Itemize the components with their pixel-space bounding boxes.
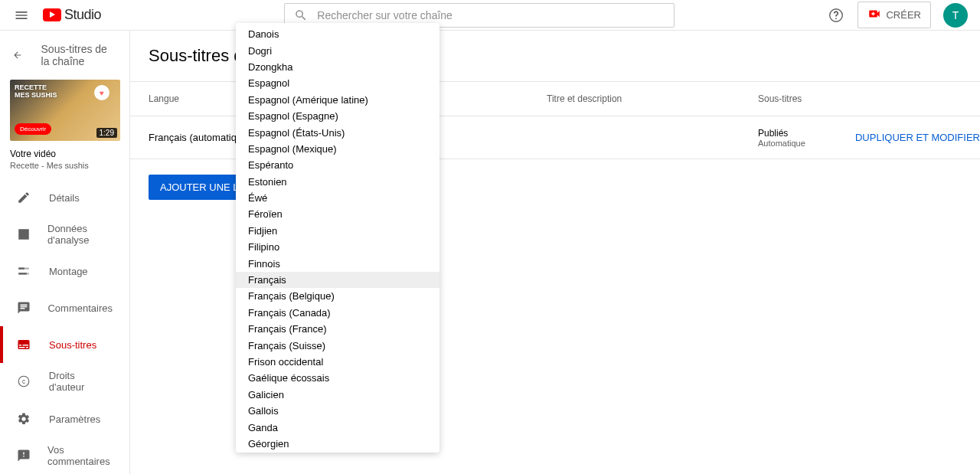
nav-subtitles[interactable]: Sous-titres <box>0 326 129 363</box>
duplicate-button[interactable]: DUPLIQUER ET MODIFIER <box>855 132 980 143</box>
dropdown-item[interactable]: Fidjien <box>236 223 439 239</box>
comment-icon <box>17 301 31 315</box>
video-title: Recette - Mes sushis <box>10 161 119 170</box>
col-sous: Sous-titres <box>758 93 980 104</box>
nav-analytics[interactable]: Données d'analyse <box>0 216 129 253</box>
dropdown-item[interactable]: Gaélique écossais <box>236 370 439 386</box>
subtitles-icon <box>17 338 32 351</box>
dropdown-item[interactable]: Finnois <box>236 255 439 271</box>
dropdown-item[interactable]: Ganda <box>236 419 439 435</box>
thumb-text: RECETTEMES SUSHIS <box>15 84 57 100</box>
nav-editor[interactable]: Montage <box>0 253 129 289</box>
dropdown-item[interactable]: Gallois <box>236 403 439 419</box>
gear-icon <box>17 412 32 426</box>
feedback-icon <box>17 449 31 463</box>
sidebar: Sous-titres de la chaîne RECETTEMES SUSH… <box>0 31 130 474</box>
dropdown-item[interactable]: Galicien <box>236 387 439 403</box>
back-label: Sous-titres de la chaîne <box>41 43 117 67</box>
avatar[interactable]: T <box>943 3 968 28</box>
dropdown-item[interactable]: Français (Canada) <box>236 305 439 321</box>
nav: Détails Données d'analyse Montage Commen… <box>0 179 129 400</box>
create-label: CRÉER <box>886 9 921 21</box>
dropdown-item[interactable]: Dzongkha <box>236 59 439 75</box>
youtube-play-icon <box>43 8 61 21</box>
arrow-left-icon <box>12 47 23 63</box>
pencil-icon <box>17 191 32 204</box>
header: Studio CRÉER T <box>0 0 980 31</box>
create-icon <box>867 7 881 23</box>
row-auto: Automatique <box>758 139 828 148</box>
dropdown-item[interactable]: Espagnol (Espagne) <box>236 108 439 124</box>
language-dropdown: DanoisDogriDzongkhaEspagnolEspagnol (Amé… <box>236 23 439 453</box>
video-label: Votre vidéo <box>10 149 119 159</box>
row-sous: Publiés Automatique <box>758 128 828 148</box>
dropdown-item[interactable]: Dogri <box>236 42 439 58</box>
create-button[interactable]: CRÉER <box>858 2 931 28</box>
nav-copyright[interactable]: cDroits d'auteur <box>0 363 129 400</box>
video-thumbnail[interactable]: RECETTEMES SUSHIS ♥ Découvrir 1:29 <box>10 80 120 141</box>
dropdown-item[interactable]: Espagnol (Amérique latine) <box>236 92 439 108</box>
dropdown-item[interactable]: Espagnol (Mexique) <box>236 141 439 157</box>
dropdown-item[interactable]: Français (Belgique) <box>236 288 439 304</box>
dropdown-item[interactable]: Éwé <box>236 190 439 206</box>
dropdown-item[interactable]: Espéranto <box>236 157 439 173</box>
dropdown-item[interactable]: Français <box>236 272 439 288</box>
copyright-icon: c <box>17 374 32 388</box>
dropdown-item[interactable]: Féroïen <box>236 206 439 222</box>
col-titre: Titre et description <box>547 93 758 104</box>
logo-text: Studio <box>64 7 101 23</box>
duration-badge: 1:29 <box>96 128 117 138</box>
heart-icon: ♥ <box>94 85 109 100</box>
nav-comments[interactable]: Commentaires <box>0 289 129 326</box>
dropdown-item[interactable]: Danois <box>236 26 439 42</box>
dropdown-item[interactable]: Espagnol (États-Unis) <box>236 124 439 140</box>
back-button[interactable]: Sous-titres de la chaîne <box>0 31 129 80</box>
search-icon <box>294 8 308 22</box>
video-meta: Votre vidéo Recette - Mes sushis <box>0 149 129 179</box>
dropdown-item[interactable]: Frison occidental <box>236 354 439 370</box>
row-status: Publiés <box>758 128 828 139</box>
nav-feedback[interactable]: Vos commentaires <box>0 437 129 474</box>
search-input[interactable] <box>317 9 665 21</box>
studio-logo[interactable]: Studio <box>43 7 101 23</box>
dropdown-list[interactable]: DanoisDogriDzongkhaEspagnolEspagnol (Amé… <box>236 23 439 453</box>
dropdown-item[interactable]: Espagnol <box>236 75 439 91</box>
dropdown-item[interactable]: Français (Suisse) <box>236 337 439 353</box>
nav-details[interactable]: Détails <box>0 179 129 216</box>
sidebar-bottom: Paramètres Vos commentaires <box>0 400 129 474</box>
header-right: CRÉER T <box>827 2 968 28</box>
nav-settings[interactable]: Paramètres <box>0 400 129 437</box>
dropdown-item[interactable]: Filipino <box>236 239 439 255</box>
dropdown-item[interactable]: Géorgien <box>236 436 439 452</box>
dropdown-item[interactable]: Français (France) <box>236 321 439 337</box>
discover-badge: Découvrir <box>15 123 51 135</box>
help-icon[interactable] <box>827 6 845 25</box>
menu-icon[interactable] <box>12 6 31 25</box>
svg-text:c: c <box>22 378 25 385</box>
dropdown-item[interactable]: Estonien <box>236 174 439 190</box>
analytics-icon <box>17 227 31 241</box>
editor-icon <box>17 264 32 278</box>
